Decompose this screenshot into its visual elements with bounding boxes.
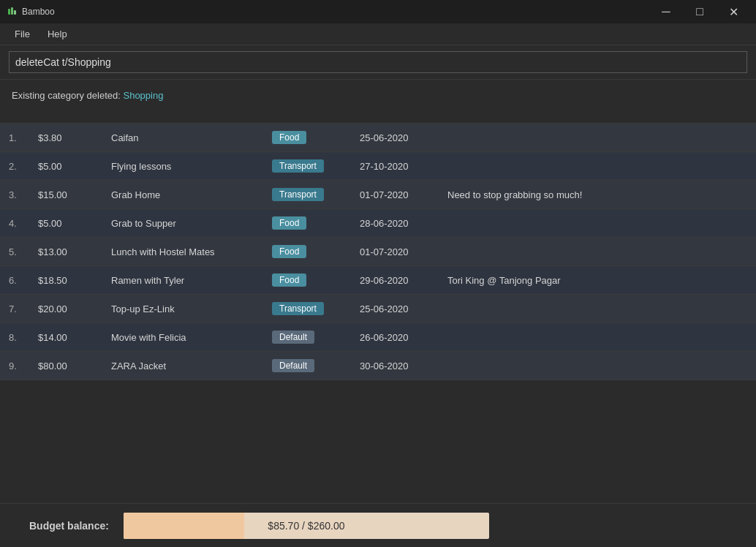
category-badge: Food xyxy=(272,131,306,144)
row-description: Grab Home xyxy=(102,181,263,209)
svg-rect-2 xyxy=(14,10,16,15)
row-num: 7. xyxy=(0,295,29,323)
category-badge: Transport xyxy=(272,302,324,315)
row-num: 6. xyxy=(0,266,29,295)
category-badge: Transport xyxy=(272,159,324,173)
row-amount: $14.00 xyxy=(29,323,102,352)
output-prefix: Existing category deleted: xyxy=(12,90,123,101)
row-date: 01-07-2020 xyxy=(351,181,439,209)
row-num: 4. xyxy=(0,209,29,238)
row-date: 25-06-2020 xyxy=(351,124,439,152)
table-row: 6. $18.50 Ramen with Tyler Food 29-06-20… xyxy=(0,266,756,295)
expense-table-area: 1. $3.80 Caifan Food 25-06-2020 2. $5.00… xyxy=(0,124,756,503)
row-remarks xyxy=(439,352,756,380)
row-remarks xyxy=(439,238,756,266)
row-category: Food xyxy=(263,238,351,266)
table-row: 5. $13.00 Lunch with Hostel Mates Food 0… xyxy=(0,238,756,266)
command-input[interactable] xyxy=(9,51,747,73)
row-remarks xyxy=(439,209,756,238)
app-icon xyxy=(6,6,18,18)
row-description: Grab to Supper xyxy=(102,209,263,238)
title-bar-left: Bamboo xyxy=(6,6,55,18)
row-description: Ramen with Tyler xyxy=(102,266,263,295)
row-date: 29-06-2020 xyxy=(351,266,439,295)
window-controls: ─ □ ✕ xyxy=(649,0,750,23)
row-category: Default xyxy=(263,323,351,352)
row-remarks: Need to stop grabbing so much! xyxy=(439,181,756,209)
row-date: 25-06-2020 xyxy=(351,295,439,323)
category-badge: Food xyxy=(272,216,306,230)
row-category: Transport xyxy=(263,152,351,181)
category-badge: Food xyxy=(272,274,306,287)
row-category: Food xyxy=(263,209,351,238)
row-remarks xyxy=(439,295,756,323)
row-amount: $5.00 xyxy=(29,209,102,238)
budget-label: Budget balance: xyxy=(29,520,109,532)
row-remarks xyxy=(439,152,756,181)
row-num: 5. xyxy=(0,238,29,266)
command-area xyxy=(0,45,756,80)
row-remarks: Tori King @ Tanjong Pagar xyxy=(439,266,756,295)
row-amount: $3.80 xyxy=(29,124,102,152)
category-badge: Food xyxy=(272,245,306,258)
row-date: 26-06-2020 xyxy=(351,323,439,352)
category-badge: Default xyxy=(272,331,314,344)
app-title: Bamboo xyxy=(22,7,55,17)
row-category: Transport xyxy=(263,295,351,323)
table-row: 4. $5.00 Grab to Supper Food 28-06-2020 xyxy=(0,209,756,238)
row-remarks xyxy=(439,323,756,352)
row-description: Movie with Felicia xyxy=(102,323,263,352)
svg-rect-1 xyxy=(11,7,13,15)
row-description: ZARA Jacket xyxy=(102,352,263,380)
row-description: Top-up Ez-Link xyxy=(102,295,263,323)
row-amount: $13.00 xyxy=(29,238,102,266)
row-num: 8. xyxy=(0,323,29,352)
row-category: Food xyxy=(263,124,351,152)
expense-table: 1. $3.80 Caifan Food 25-06-2020 2. $5.00… xyxy=(0,124,756,380)
row-category: Default xyxy=(263,352,351,380)
row-amount: $18.50 xyxy=(29,266,102,295)
category-badge: Default xyxy=(272,359,314,372)
table-row: 7. $20.00 Top-up Ez-Link Transport 25-06… xyxy=(0,295,756,323)
row-date: 27-10-2020 xyxy=(351,152,439,181)
output-text: Existing category deleted: Shopping xyxy=(12,90,163,101)
table-row: 8. $14.00 Movie with Felicia Default 26-… xyxy=(0,323,756,352)
budget-bar-fill xyxy=(124,513,244,539)
budget-bar-text: $85.70 / $260.00 xyxy=(268,520,344,532)
row-num: 9. xyxy=(0,352,29,380)
row-remarks xyxy=(439,124,756,152)
row-date: 30-06-2020 xyxy=(351,352,439,380)
row-num: 1. xyxy=(0,124,29,152)
close-button[interactable]: ✕ xyxy=(717,0,750,23)
row-date: 28-06-2020 xyxy=(351,209,439,238)
output-highlight: Shopping xyxy=(123,90,163,101)
row-description: Flying lessons xyxy=(102,152,263,181)
row-description: Lunch with Hostel Mates xyxy=(102,238,263,266)
row-category: Food xyxy=(263,266,351,295)
menu-help[interactable]: Help xyxy=(39,26,76,42)
minimize-button[interactable]: ─ xyxy=(649,0,683,23)
row-description: Caifan xyxy=(102,124,263,152)
budget-bar-container: $85.70 / $260.00 xyxy=(124,513,489,539)
row-category: Transport xyxy=(263,181,351,209)
row-amount: $5.00 xyxy=(29,152,102,181)
category-badge: Transport xyxy=(272,188,324,201)
row-amount: $15.00 xyxy=(29,181,102,209)
budget-bar-area: Budget balance: $85.70 / $260.00 xyxy=(0,503,756,547)
row-amount: $80.00 xyxy=(29,352,102,380)
menu-file[interactable]: File xyxy=(6,26,39,42)
output-area: Existing category deleted: Shopping xyxy=(0,80,756,124)
table-row: 9. $80.00 ZARA Jacket Default 30-06-2020 xyxy=(0,352,756,380)
table-row: 3. $15.00 Grab Home Transport 01-07-2020… xyxy=(0,181,756,209)
row-num: 2. xyxy=(0,152,29,181)
maximize-button[interactable]: □ xyxy=(683,0,717,23)
row-num: 3. xyxy=(0,181,29,209)
table-row: 2. $5.00 Flying lessons Transport 27-10-… xyxy=(0,152,756,181)
table-row: 1. $3.80 Caifan Food 25-06-2020 xyxy=(0,124,756,152)
row-date: 01-07-2020 xyxy=(351,238,439,266)
row-amount: $20.00 xyxy=(29,295,102,323)
menu-bar: File Help xyxy=(0,23,756,45)
svg-rect-0 xyxy=(8,9,10,15)
title-bar: Bamboo ─ □ ✕ xyxy=(0,0,756,23)
